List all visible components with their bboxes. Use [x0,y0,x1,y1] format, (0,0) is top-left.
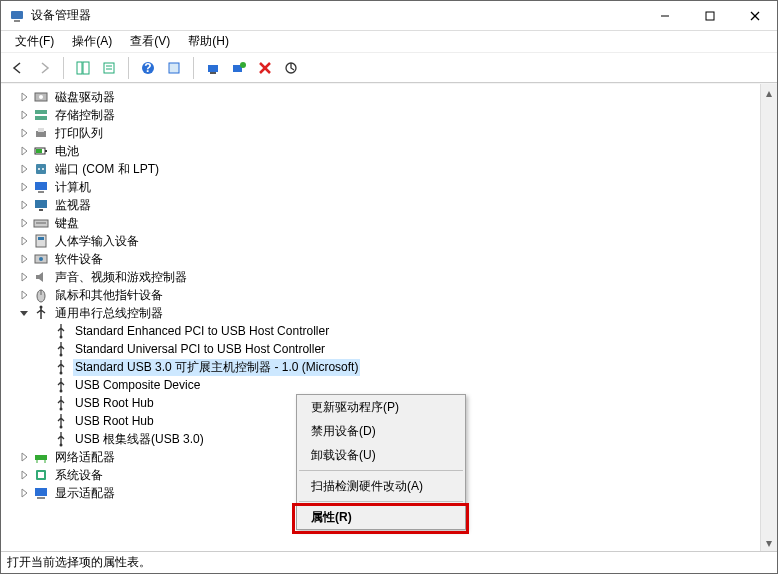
tree-node[interactable]: Standard Universal PCI to USB Host Contr… [33,340,777,358]
usb-plug-icon [53,341,69,357]
expand-icon[interactable] [17,180,31,194]
expand-icon[interactable] [17,270,31,284]
svg-rect-36 [39,209,43,211]
tree-node[interactable]: 声音、视频和游戏控制器 [13,268,777,286]
back-button[interactable] [7,57,29,79]
svg-rect-8 [104,63,114,73]
show-hide-tree-button[interactable] [72,57,94,79]
add-legacy-hardware-button[interactable] [228,57,250,79]
tree-pane[interactable]: 磁盘驱动器存储控制器打印队列电池端口 (COM 和 LPT)计算机监视器键盘人体… [1,83,777,551]
expand-icon[interactable] [17,126,31,140]
svg-rect-30 [36,164,46,174]
tree-node[interactable]: 键盘 [13,214,777,232]
usb-ctrl-icon [33,305,49,321]
svg-point-51 [60,426,63,429]
display-icon [33,485,49,501]
menu-action[interactable]: 操作(A) [64,31,120,52]
maximize-button[interactable] [687,1,732,30]
expand-icon[interactable] [17,252,31,266]
tree-node[interactable]: 打印队列 [13,124,777,142]
svg-point-32 [42,168,44,170]
collapse-icon[interactable] [17,306,31,320]
storage-ctrl-icon [33,107,49,123]
tree-node-label: 电池 [53,143,81,160]
tree-node[interactable]: 鼠标和其他指针设备 [13,286,777,304]
svg-rect-29 [36,149,42,153]
menubar: 文件(F) 操作(A) 查看(V) 帮助(H) [1,31,777,53]
context-menu-item[interactable]: 更新驱动程序(P) [297,395,465,419]
battery-icon [33,143,49,159]
expand-icon[interactable] [17,144,31,158]
help-button[interactable]: ? [137,57,159,79]
tree-node[interactable]: 软件设备 [13,250,777,268]
tree-node-label: USB Root Hub [73,396,156,410]
tree-node[interactable]: 通用串行总线控制器 [13,304,777,322]
toolbar-separator [193,57,194,79]
context-menu-item[interactable]: 卸载设备(U) [297,443,465,467]
expand-icon[interactable] [17,486,31,500]
vertical-scrollbar[interactable]: ▴ ▾ [760,84,777,551]
svg-point-22 [39,95,43,99]
expand-icon[interactable] [17,162,31,176]
tree-node-label: Standard Enhanced PCI to USB Host Contro… [73,324,331,338]
scroll-down-icon[interactable]: ▾ [761,534,777,551]
expand-icon[interactable] [17,108,31,122]
action-button[interactable] [163,57,185,79]
context-menu-item[interactable]: 扫描检测硬件改动(A) [297,474,465,498]
tree-node[interactable]: 端口 (COM 和 LPT) [13,160,777,178]
usb-plug-icon [53,323,69,339]
uninstall-button[interactable] [254,57,276,79]
svg-point-45 [40,306,43,309]
toolbar-separator [63,57,64,79]
context-menu-item[interactable]: 属性(R) [297,505,465,529]
tree-node[interactable]: USB Composite Device [33,376,777,394]
expand-icon[interactable] [17,216,31,230]
svg-rect-7 [83,62,89,74]
tree-node[interactable]: 人体学输入设备 [13,232,777,250]
context-menu-item[interactable]: 禁用设备(D) [297,419,465,443]
svg-rect-23 [35,110,47,114]
menu-file[interactable]: 文件(F) [7,31,62,52]
svg-rect-53 [35,455,47,460]
tree-node-label: 键盘 [53,215,81,232]
svg-rect-40 [38,237,44,240]
monitor-icon [33,197,49,213]
update-driver-button[interactable] [280,57,302,79]
tree-node[interactable]: 监视器 [13,196,777,214]
tree-node-label: Standard USB 3.0 可扩展主机控制器 - 1.0 (Microso… [73,359,360,376]
tree-node[interactable]: Standard Enhanced PCI to USB Host Contro… [33,322,777,340]
tree-node-label: USB Composite Device [73,378,202,392]
expand-icon[interactable] [17,450,31,464]
svg-rect-24 [35,116,47,120]
tree-node[interactable]: 存储控制器 [13,106,777,124]
statusbar: 打开当前选择项的属性表。 [1,551,777,573]
menu-separator [299,470,463,471]
forward-button[interactable] [33,57,55,79]
toolbar-separator [128,57,129,79]
scroll-up-icon[interactable]: ▴ [761,84,777,101]
tree-node[interactable]: 电池 [13,142,777,160]
close-button[interactable] [732,1,777,30]
menu-view[interactable]: 查看(V) [122,31,178,52]
properties-button[interactable] [98,57,120,79]
usb-plug-icon [53,395,69,411]
keyboard-icon [33,215,49,231]
tree-node[interactable]: 磁盘驱动器 [13,88,777,106]
scan-hardware-button[interactable] [202,57,224,79]
minimize-button[interactable] [642,1,687,30]
tree-node[interactable]: Standard USB 3.0 可扩展主机控制器 - 1.0 (Microso… [33,358,777,376]
expand-icon[interactable] [17,468,31,482]
svg-point-49 [60,390,63,393]
tree-node-label: 存储控制器 [53,107,117,124]
expand-icon[interactable] [17,90,31,104]
tree-node[interactable]: 计算机 [13,178,777,196]
expand-icon[interactable] [17,288,31,302]
tree-node-label: 磁盘驱动器 [53,89,117,106]
menu-help[interactable]: 帮助(H) [180,31,237,52]
tree-node-label: 网络适配器 [53,449,117,466]
system-dev-icon [33,467,49,483]
expand-icon[interactable] [17,198,31,212]
svg-rect-57 [38,472,44,478]
tree-node-label: 通用串行总线控制器 [53,305,165,322]
expand-icon[interactable] [17,234,31,248]
